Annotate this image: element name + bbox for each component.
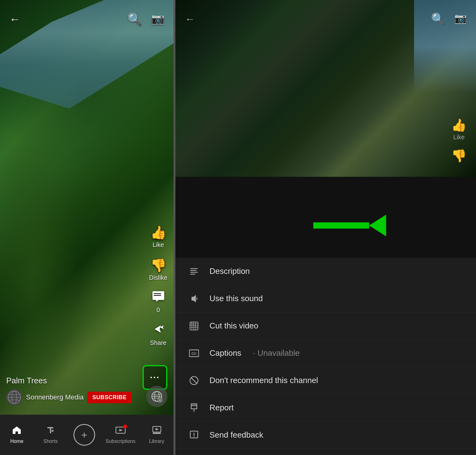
shorts-icon <box>46 426 55 437</box>
comment-button[interactable]: 0 <box>152 291 165 314</box>
subscribe-button[interactable]: SUBSCRIBE <box>87 392 132 403</box>
back-button-left[interactable]: ← <box>9 13 20 26</box>
like-icon-right: 👍 <box>451 118 467 132</box>
like-button[interactable]: 👍 Like <box>150 225 166 248</box>
svg-marker-3 <box>156 300 159 302</box>
like-icon: 👍 <box>150 225 166 240</box>
nav-create[interactable]: + <box>72 424 97 446</box>
share-label: Share <box>150 339 166 346</box>
search-button-right[interactable]: 🔍 <box>431 12 445 25</box>
nav-home[interactable]: Home <box>4 426 29 444</box>
channel-row: Sonnenberg Media SUBSCRIBE <box>6 389 131 405</box>
camera-button-right[interactable]: 📷 <box>454 12 467 25</box>
svg-rect-2 <box>154 295 161 296</box>
menu-use-sound[interactable]: Use this sound <box>175 285 476 312</box>
nav-library[interactable]: Library <box>144 426 169 444</box>
search-button-left[interactable]: 🔍 <box>127 12 142 26</box>
right-panel: ← 🔍 📷 👍 Like 👎 <box>175 0 476 455</box>
sound-icon <box>188 294 200 303</box>
feedback-text: Send feedback <box>209 430 263 440</box>
globe-button[interactable]: ⏸ <box>146 386 167 407</box>
header-right: ← 🔍 📷 <box>175 0 476 38</box>
dont-recommend-icon <box>188 376 200 385</box>
menu-captions[interactable]: CC Captions · Unavailable <box>175 340 476 367</box>
svg-text:CC: CC <box>192 352 196 355</box>
menu-send-feedback[interactable]: Send feedback <box>175 422 476 449</box>
feedback-icon <box>188 430 200 440</box>
like-button-right[interactable]: 👍 Like <box>451 118 467 141</box>
svg-marker-14 <box>119 429 123 431</box>
sound-text: Use this sound <box>209 294 263 303</box>
arrow-head <box>369 215 386 236</box>
menu-description[interactable]: Description <box>175 258 476 285</box>
dislike-button[interactable]: 👎 Dislike <box>149 258 167 281</box>
menu-dont-recommend[interactable]: Don't recommend this channel <box>175 367 476 394</box>
video-title: Palm Trees <box>6 376 131 386</box>
bottom-nav: Home Shorts + Subsc <box>0 415 174 455</box>
back-button-right[interactable]: ← <box>185 13 195 25</box>
home-icon <box>12 426 21 437</box>
report-icon <box>188 403 200 413</box>
share-button[interactable]: Share <box>150 323 166 346</box>
library-icon <box>152 426 161 437</box>
menu-cut-video[interactable]: Cut this video <box>175 312 476 340</box>
svg-line-35 <box>191 377 197 384</box>
comment-icon <box>152 291 165 305</box>
dislike-icon: 👎 <box>150 258 166 273</box>
dont-recommend-text: Don't recommend this channel <box>209 376 318 385</box>
green-arrow-indicator <box>313 215 386 236</box>
comment-count: 0 <box>156 306 160 314</box>
left-panel: ← 🔍 📷 👍 Like 👎 Dislike 0 <box>0 0 174 455</box>
svg-point-41 <box>194 436 195 437</box>
description-text: Description <box>209 266 250 276</box>
channel-info: Palm Trees Sonnenberg Media SUBSCRIBE <box>6 376 131 405</box>
captions-sub: · Unavailable <box>253 348 300 358</box>
svg-line-30 <box>190 324 196 330</box>
like-label-right: Like <box>453 134 465 141</box>
nav-shorts[interactable]: Shorts <box>38 426 63 444</box>
svg-rect-1 <box>154 293 161 294</box>
svg-line-31 <box>192 322 198 328</box>
action-buttons: 👍 Like 👎 Dislike 0 <box>149 225 167 346</box>
header-left: ← 🔍 📷 <box>0 0 174 38</box>
captions-text: Captions <box>209 348 241 358</box>
plus-icon: + <box>81 430 87 440</box>
nav-subscriptions[interactable]: Subscriptions <box>106 426 135 444</box>
channel-avatar[interactable] <box>6 389 22 405</box>
captions-icon: CC <box>188 349 200 357</box>
home-label: Home <box>10 439 24 444</box>
camera-button-left[interactable]: 📷 <box>151 12 164 26</box>
menu-report[interactable]: Report <box>175 394 476 422</box>
like-label: Like <box>152 241 164 248</box>
subscriptions-label: Subscriptions <box>106 439 135 444</box>
create-icon[interactable]: + <box>73 424 95 446</box>
svg-marker-16 <box>156 428 159 430</box>
dislike-icon-right: 👎 <box>451 149 467 163</box>
cut-video-text: Cut this video <box>209 321 258 331</box>
right-video-actions: 👍 Like 👎 <box>451 118 467 163</box>
svg-line-29 <box>190 322 198 330</box>
notification-dot <box>123 425 127 428</box>
context-menu: Description Use this sound <box>175 258 476 455</box>
svg-rect-38 <box>191 404 197 406</box>
subscriptions-icon <box>115 426 126 437</box>
share-icon <box>152 323 165 338</box>
library-label: Library <box>149 439 164 444</box>
arrow-shaft <box>313 222 369 229</box>
channel-name: Sonnenberg Media <box>26 393 84 401</box>
dislike-button-right[interactable]: 👎 <box>451 149 467 163</box>
three-dots-icon: ··· <box>150 372 160 382</box>
report-text: Report <box>209 403 234 413</box>
shorts-label: Shorts <box>43 439 58 444</box>
svg-text:⏸: ⏸ <box>158 399 161 402</box>
cut-icon <box>188 321 200 331</box>
description-icon <box>188 267 200 275</box>
svg-rect-17 <box>153 433 161 434</box>
dislike-label: Dislike <box>149 274 167 281</box>
